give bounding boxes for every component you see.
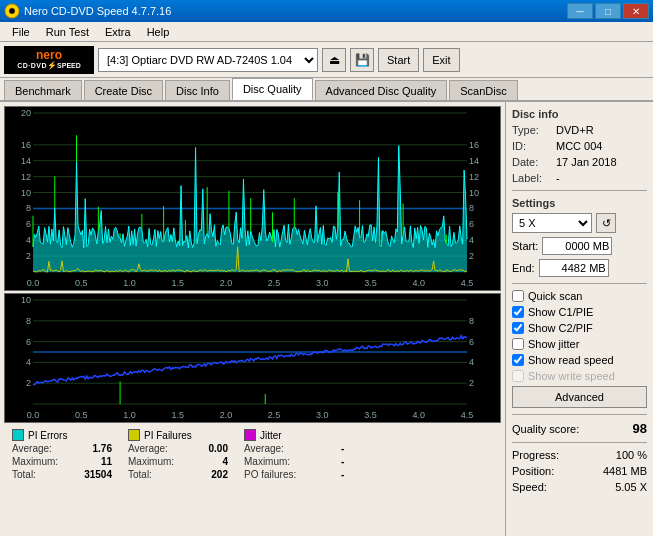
disc-label-key: Label:	[512, 172, 552, 184]
main-content: PI Errors Average: 1.76 Maximum: 11 Tota…	[0, 102, 653, 536]
disc-date-key: Date:	[512, 156, 552, 168]
disc-id-key: ID:	[512, 140, 552, 152]
start-row: Start:	[512, 237, 647, 255]
tab-create-disc[interactable]: Create Disc	[84, 80, 163, 100]
menu-extra[interactable]: Extra	[97, 24, 139, 40]
show-write-speed-checkbox	[512, 370, 524, 382]
menu-help[interactable]: Help	[139, 24, 178, 40]
disc-type-value: DVD+R	[556, 124, 594, 136]
pi-errors-total-value: 31504	[72, 469, 112, 480]
show-read-speed-label: Show read speed	[528, 354, 614, 366]
pi-failures-legend: PI Failures Average: 0.00 Maximum: 4 Tot…	[128, 429, 228, 480]
tab-scandisc[interactable]: ScanDisc	[449, 80, 517, 100]
tab-benchmark[interactable]: Benchmark	[4, 80, 82, 100]
tab-disc-quality[interactable]: Disc Quality	[232, 78, 313, 100]
tab-advanced-disc-quality[interactable]: Advanced Disc Quality	[315, 80, 448, 100]
speed-row: Speed: 5.05 X	[512, 481, 647, 493]
pi-failures-total: Total: 202	[128, 469, 228, 480]
disc-id-value: MCC 004	[556, 140, 602, 152]
show-write-speed-row: Show write speed	[512, 370, 647, 382]
drive-selector[interactable]: [4:3] Optiarc DVD RW AD-7240S 1.04	[98, 48, 318, 72]
start-input[interactable]	[542, 237, 612, 255]
disc-info-section-label: Disc info	[512, 108, 647, 120]
disc-date-value: 17 Jan 2018	[556, 156, 617, 168]
tab-bar: Benchmark Create Disc Disc Info Disc Qua…	[0, 78, 653, 102]
divider-1	[512, 190, 647, 191]
divider-4	[512, 442, 647, 443]
show-read-speed-row: Show read speed	[512, 354, 647, 366]
end-row: End:	[512, 259, 647, 277]
progress-value: 100 %	[616, 449, 647, 461]
quality-score-value: 98	[633, 421, 647, 436]
eject-icon-button[interactable]: ⏏	[322, 48, 346, 72]
show-read-speed-checkbox[interactable]	[512, 354, 524, 366]
save-icon-button[interactable]: 💾	[350, 48, 374, 72]
top-chart	[4, 106, 501, 291]
speed-value: 5.05 X	[615, 481, 647, 493]
title-bar-left: Nero CD-DVD Speed 4.7.7.16	[4, 3, 171, 19]
po-failures: PO failures: -	[244, 469, 344, 480]
end-label: End:	[512, 262, 535, 274]
pi-errors-max-label: Maximum:	[12, 456, 58, 467]
jitter-label: Jitter	[260, 430, 282, 441]
title-bar-controls: ─ □ ✕	[567, 3, 649, 19]
end-input[interactable]	[539, 259, 609, 277]
pi-errors-total-label: Total:	[12, 469, 36, 480]
start-button[interactable]: Start	[378, 48, 419, 72]
start-label: Start:	[512, 240, 538, 252]
exit-button[interactable]: Exit	[423, 48, 459, 72]
title-bar: Nero CD-DVD Speed 4.7.7.16 ─ □ ✕	[0, 0, 653, 22]
jitter-legend: Jitter Average: - Maximum: - PO failures…	[244, 429, 344, 480]
pi-failures-max-value: 4	[188, 456, 228, 467]
menu-runtest[interactable]: Run Test	[38, 24, 97, 40]
menu-file[interactable]: File	[4, 24, 38, 40]
pi-errors-header: PI Errors	[12, 429, 112, 441]
jitter-avg: Average: -	[244, 443, 344, 454]
toolbar: nero CD·DVD⚡SPEED [4:3] Optiarc DVD RW A…	[0, 42, 653, 78]
show-c2pif-label: Show C2/PIF	[528, 322, 593, 334]
refresh-button[interactable]: ↺	[596, 213, 616, 233]
jitter-max: Maximum: -	[244, 456, 344, 467]
disc-date-row: Date: 17 Jan 2018	[512, 156, 647, 168]
pi-failures-avg: Average: 0.00	[128, 443, 228, 454]
jitter-color	[244, 429, 256, 441]
disc-label-row: Label: -	[512, 172, 647, 184]
maximize-button[interactable]: □	[595, 3, 621, 19]
pi-failures-avg-value: 0.00	[188, 443, 228, 454]
tab-disc-info[interactable]: Disc Info	[165, 80, 230, 100]
pi-errors-max-value: 11	[72, 456, 112, 467]
progress-row: Progress: 100 %	[512, 449, 647, 461]
disc-type-row: Type: DVD+R	[512, 124, 647, 136]
window-title: Nero CD-DVD Speed 4.7.7.16	[24, 5, 171, 17]
show-jitter-checkbox[interactable]	[512, 338, 524, 350]
position-row: Position: 4481 MB	[512, 465, 647, 477]
show-c1pie-checkbox[interactable]	[512, 306, 524, 318]
pi-failures-label: PI Failures	[144, 430, 192, 441]
pi-errors-avg: Average: 1.76	[12, 443, 112, 454]
pi-errors-color	[12, 429, 24, 441]
legend-area: PI Errors Average: 1.76 Maximum: 11 Tota…	[4, 425, 501, 484]
show-c2pif-checkbox[interactable]	[512, 322, 524, 334]
progress-label: Progress:	[512, 449, 559, 461]
quick-scan-checkbox[interactable]	[512, 290, 524, 302]
jitter-avg-value: -	[304, 443, 344, 454]
speed-label: Speed:	[512, 481, 547, 493]
menu-bar: File Run Test Extra Help	[0, 22, 653, 42]
pi-errors-avg-label: Average:	[12, 443, 52, 454]
minimize-button[interactable]: ─	[567, 3, 593, 19]
quick-scan-row: Quick scan	[512, 290, 647, 302]
speed-selector[interactable]: 5 X 1 X 2 X 4 X 8 X Max	[512, 213, 592, 233]
quality-score-label: Quality score:	[512, 423, 579, 435]
disc-id-row: ID: MCC 004	[512, 140, 647, 152]
pi-failures-header: PI Failures	[128, 429, 228, 441]
pi-errors-avg-value: 1.76	[72, 443, 112, 454]
show-jitter-label: Show jitter	[528, 338, 579, 350]
app-icon	[4, 3, 20, 19]
show-write-speed-label: Show write speed	[528, 370, 615, 382]
po-failures-value: -	[304, 469, 344, 480]
close-button[interactable]: ✕	[623, 3, 649, 19]
advanced-button[interactable]: Advanced	[512, 386, 647, 408]
pi-errors-total: Total: 31504	[12, 469, 112, 480]
speed-settings-row: 5 X 1 X 2 X 4 X 8 X Max ↺	[512, 213, 647, 233]
po-failures-label: PO failures:	[244, 469, 296, 480]
